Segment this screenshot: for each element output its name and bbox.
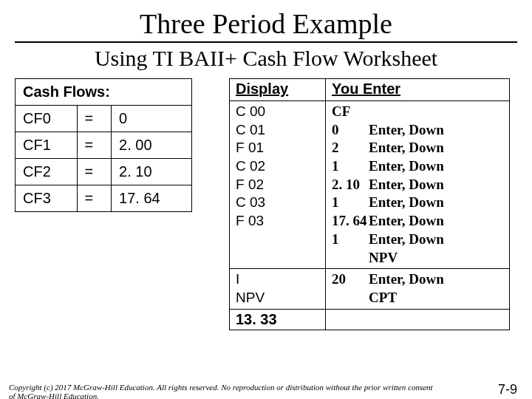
cf-eq: = [77, 159, 111, 185]
cf-val: 17. 64 [112, 185, 192, 212]
enter-row: 0Enter, Down [332, 121, 503, 140]
enter-cell-2: 20Enter, Down CPT [326, 269, 510, 309]
page-number: 7-9 [498, 382, 517, 398]
table-row: CF1 = 2. 00 [16, 132, 192, 159]
enter-row: NPV [332, 249, 503, 267]
enter-cell: CF 0Enter, Down 2Enter, Down 1Enter, Dow… [326, 101, 510, 269]
copyright: Copyright (c) 2017 McGraw-Hill Education… [9, 383, 437, 399]
cf-line: CF [332, 103, 503, 121]
cf-label: CF0 [16, 106, 78, 132]
enter-row: 1Enter, Down [332, 194, 503, 212]
disp-line: NPV [236, 289, 319, 307]
cash-flows-header: Cash Flows: [16, 79, 192, 106]
display-header: Display [230, 79, 326, 101]
enter-row: 1Enter, Down [332, 157, 503, 176]
enter-row: 2. 10Enter, Down [332, 176, 503, 194]
enter-row: 17. 64Enter, Down [332, 212, 503, 231]
display-cell: C 00 C 01 F 01 C 02 F 02 C 03 F 03 [230, 101, 326, 269]
display-cell-2: I NPV [230, 269, 326, 309]
disp-line: C 00 [236, 103, 319, 121]
calculator-table: Display You Enter C 00 C 01 F 01 C 02 F … [229, 78, 510, 330]
cf-label: CF2 [16, 159, 78, 185]
result: 13. 33 [230, 309, 326, 330]
disp-line: I [236, 270, 319, 289]
disp-line: F 02 [236, 176, 319, 194]
slide: Three Period Example Using TI BAII+ Cash… [0, 7, 532, 399]
table-row: CF2 = 2. 10 [16, 159, 192, 185]
disp-line: F 03 [236, 212, 319, 231]
enter-row: 2Enter, Down [332, 139, 503, 157]
left-column: Cash Flows: CF0 = 0 CF1 = 2. 00 CF2 = 2.… [15, 78, 207, 330]
result-empty [326, 309, 510, 330]
cf-eq: = [77, 185, 111, 212]
cf-val: 2. 00 [112, 132, 192, 159]
cash-flows-table: Cash Flows: CF0 = 0 CF1 = 2. 00 CF2 = 2.… [15, 78, 192, 212]
disp-line: F 01 [236, 139, 319, 157]
enter-row: CPT [332, 289, 503, 307]
cf-eq: = [77, 106, 111, 132]
title-underline [15, 41, 517, 43]
disp-line: C 03 [236, 194, 319, 212]
disp-line: C 01 [236, 121, 319, 140]
enter-row: 1Enter, Down [332, 231, 503, 249]
page-title: Three Period Example [0, 7, 532, 40]
content-row: Cash Flows: CF0 = 0 CF1 = 2. 00 CF2 = 2.… [0, 78, 532, 330]
cf-val: 0 [112, 106, 192, 132]
cf-eq: = [77, 132, 111, 159]
cf-label: CF1 [16, 132, 78, 159]
enter-header: You Enter [326, 79, 510, 101]
cf-label: CF3 [16, 185, 78, 212]
table-row: CF3 = 17. 64 [16, 185, 192, 212]
enter-row: 20Enter, Down [332, 270, 503, 289]
right-column: Display You Enter C 00 C 01 F 01 C 02 F … [207, 78, 517, 330]
cf-val: 2. 10 [112, 159, 192, 185]
disp-line: C 02 [236, 157, 319, 176]
table-row: CF0 = 0 [16, 106, 192, 132]
page-subtitle: Using TI BAII+ Cash Flow Worksheet [0, 46, 532, 71]
